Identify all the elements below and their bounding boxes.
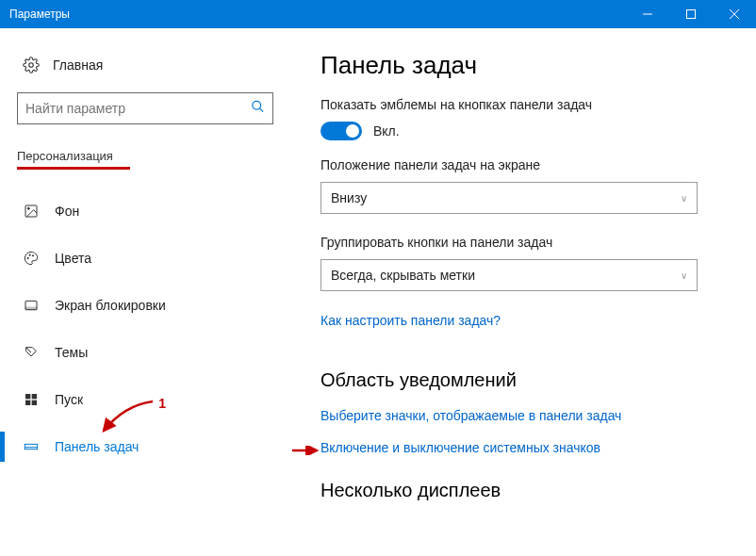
group-select[interactable]: Всегда, скрывать метки ∨	[320, 259, 698, 291]
sidebar-item-label: Темы	[55, 345, 88, 360]
svg-rect-13	[25, 307, 37, 310]
annotation-underline	[17, 167, 130, 170]
show-badges-label: Показать эмблемы на кнопках панели задач	[320, 97, 723, 112]
home-label: Главная	[53, 57, 103, 73]
svg-rect-1	[687, 10, 696, 19]
window-controls	[626, 0, 756, 28]
sidebar-item-label: Цвета	[55, 251, 91, 266]
main-panel: Панель задач Показать эмблемы на кнопках…	[292, 49, 756, 556]
toggle-state-label: Вкл.	[373, 123, 400, 139]
toggle-row: Вкл.	[320, 122, 723, 140]
content-area: Главная Персонализация Фон	[0, 28, 756, 556]
svg-point-9	[27, 257, 28, 258]
maximize-button[interactable]	[669, 0, 713, 28]
svg-rect-16	[25, 401, 30, 405]
image-icon	[23, 204, 40, 219]
sidebar-item-label: Панель задач	[55, 439, 139, 454]
displays-section-header: Несколько дисплеев	[320, 480, 723, 501]
position-value: Внизу	[331, 190, 367, 205]
start-icon	[23, 392, 40, 407]
group-label: Группировать кнопки на панели задач	[320, 235, 723, 250]
sidebar-item-label: Пуск	[55, 392, 83, 407]
group-value: Всегда, скрывать метки	[331, 268, 475, 283]
show-badges-toggle[interactable]	[320, 122, 362, 140]
home-button[interactable]: Главная	[23, 57, 275, 74]
sidebar-item-colors[interactable]: Цвета	[17, 237, 275, 279]
position-select[interactable]: Внизу ∨	[320, 182, 698, 214]
svg-rect-14	[25, 394, 30, 399]
sidebar-item-start[interactable]: Пуск	[17, 379, 275, 420]
gear-icon	[23, 57, 40, 74]
notifications-section-header: Область уведомлений	[320, 369, 723, 391]
svg-point-11	[32, 255, 33, 256]
chevron-down-icon: ∨	[681, 193, 687, 204]
svg-point-10	[29, 254, 30, 255]
svg-rect-17	[32, 401, 37, 405]
position-label: Положение панели задач на экране	[320, 157, 723, 172]
window-title: Параметры	[9, 8, 626, 21]
sidebar-item-themes[interactable]: Темы	[17, 332, 275, 373]
titlebar: Параметры	[0, 0, 756, 28]
sidebar-item-taskbar[interactable]: Панель задач 1	[17, 426, 275, 467]
sidebar-item-label: Фон	[55, 204, 79, 219]
system-icons-link[interactable]: Включение и выключение системных значков	[320, 440, 723, 455]
nav-list: Фон Цвета Экран блокировки Темы	[17, 190, 275, 467]
minimize-button[interactable]	[626, 0, 669, 28]
svg-line-6	[259, 108, 263, 112]
chevron-down-icon: ∨	[681, 270, 687, 281]
svg-point-4	[29, 63, 34, 68]
sidebar: Главная Персонализация Фон	[0, 49, 292, 556]
palette-icon	[23, 251, 40, 266]
select-icons-link[interactable]: Выберите значки, отображаемые в панели з…	[320, 408, 723, 423]
taskbar-icon	[23, 439, 40, 454]
search-box[interactable]	[17, 92, 273, 124]
search-icon	[251, 100, 265, 118]
sidebar-item-background[interactable]: Фон	[17, 190, 275, 232]
category-header: Персонализация	[17, 149, 275, 163]
svg-point-8	[27, 207, 29, 209]
sidebar-item-lockscreen[interactable]: Экран блокировки	[17, 285, 275, 326]
annotation-arrow-2	[292, 446, 320, 455]
close-button[interactable]	[713, 0, 756, 28]
search-input[interactable]	[18, 93, 272, 123]
lockscreen-icon	[23, 298, 40, 313]
customize-link[interactable]: Как настроить панели задач?	[320, 313, 501, 328]
themes-icon	[23, 345, 40, 360]
sidebar-item-label: Экран блокировки	[55, 298, 166, 313]
page-title: Панель задач	[320, 51, 723, 80]
svg-rect-15	[32, 394, 37, 399]
svg-point-5	[253, 101, 261, 109]
svg-rect-18	[25, 444, 37, 449]
